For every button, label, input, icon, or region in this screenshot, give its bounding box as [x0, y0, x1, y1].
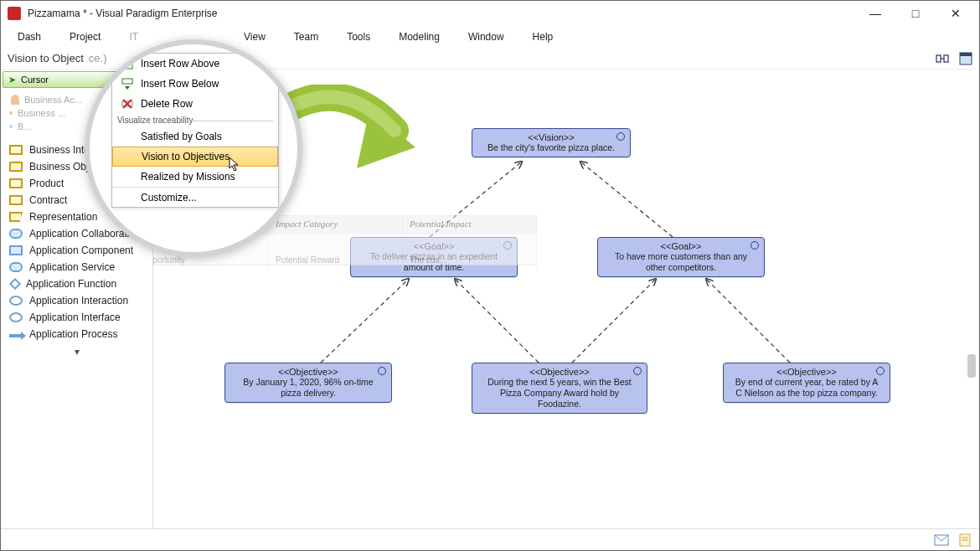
menu-realized-by-missions[interactable]: Realized by Missions: [112, 167, 278, 187]
titlebar: Pizzamama * - Visual Paradigm Enterprise…: [1, 1, 979, 26]
statusbar: [1, 528, 979, 550]
menu-insert-row-above[interactable]: Insert Row Above: [112, 54, 278, 74]
close-button[interactable]: ✕: [939, 7, 972, 20]
palette-item-app-interface[interactable]: Application Interface: [1, 309, 152, 326]
svg-line-8: [455, 279, 539, 363]
node-marker-icon: [616, 132, 625, 141]
menu-team[interactable]: Team: [282, 28, 330, 46]
svg-rect-0: [936, 55, 941, 62]
menu-modeling[interactable]: Modeling: [387, 28, 451, 46]
rect-icon: [9, 245, 23, 255]
menu-vision-to-objectives[interactable]: Vision to Objectives: [112, 147, 278, 167]
svg-rect-12: [122, 79, 132, 84]
cursor-pointer-icon: [229, 157, 240, 174]
maximize-button[interactable]: □: [899, 7, 932, 20]
palette-cursor-label: Cursor: [21, 75, 49, 85]
col-potential-impact[interactable]: Potential Impact: [403, 216, 537, 234]
menu-tools[interactable]: Tools: [335, 28, 382, 46]
svg-rect-4: [960, 53, 972, 56]
node-marker-icon: [750, 241, 759, 250]
flag-icon: [9, 212, 23, 222]
rect-icon: [9, 195, 23, 205]
menu-help[interactable]: Help: [521, 28, 565, 46]
menu-it[interactable]: IT: [117, 28, 150, 46]
window-title: Pizzamama * - Visual Paradigm Enterprise: [28, 8, 859, 19]
magnifier-overlay: Insert Row Above Insert Row Below Delete…: [85, 39, 302, 257]
breadcrumb[interactable]: Vision to Object: [8, 52, 84, 64]
diamond-icon: [9, 278, 21, 290]
breadcrumb-tail: ce.): [89, 52, 107, 64]
svg-line-7: [321, 279, 409, 363]
node-objective-1[interactable]: <<Objective>> By January 1, 2020, 96% on…: [224, 363, 392, 403]
menu-project[interactable]: Project: [58, 28, 112, 46]
svg-rect-11: [122, 64, 132, 69]
svg-rect-1: [944, 55, 948, 62]
rect-icon: [9, 162, 23, 172]
menu-delete-row[interactable]: Delete Row: [112, 94, 278, 114]
node-marker-icon: [378, 367, 386, 375]
menu-satisfied-by-goals[interactable]: Satisfied by Goals: [112, 126, 278, 147]
palette-item-app-function[interactable]: Application Function: [1, 276, 152, 292]
node-goal-2[interactable]: <<Goal>> To have more customers than any…: [597, 237, 765, 277]
note-icon[interactable]: [959, 533, 971, 547]
arrow-icon: [9, 334, 23, 337]
col-impact-category[interactable]: Impact Category: [269, 216, 403, 234]
circle-icon: [9, 296, 23, 306]
palette-item-app-process[interactable]: Application Process: [1, 326, 152, 342]
menu-window[interactable]: Window: [456, 28, 516, 46]
insert-below-icon: [121, 77, 134, 90]
node-objective-2[interactable]: <<Objective>> During the next 5 years, w…: [472, 363, 647, 414]
delete-icon: [121, 97, 134, 111]
node-vision[interactable]: <<Vision>> Be the city's favorite pizza …: [472, 128, 631, 157]
menu-customize[interactable]: Customize...: [112, 187, 278, 207]
menu-dash[interactable]: Dash: [6, 28, 53, 46]
mail-icon[interactable]: [934, 534, 949, 546]
svg-line-10: [706, 279, 790, 363]
panel-toggle-icon[interactable]: [959, 52, 972, 65]
scrollbar-vertical[interactable]: [967, 354, 976, 378]
minimize-button[interactable]: —: [859, 7, 892, 20]
circle-icon: [9, 312, 23, 322]
node-marker-icon: [876, 367, 885, 375]
rect-icon: [9, 178, 23, 188]
palette-item-app-service[interactable]: Application Service: [1, 259, 152, 276]
menubar: Dash Project IT — — View Team Tools Mode…: [1, 26, 979, 48]
cyl-icon: [9, 229, 23, 239]
context-menu: Insert Row Above Insert Row Below Delete…: [111, 53, 279, 208]
node-marker-icon: [633, 367, 642, 375]
palette-item-app-interaction[interactable]: Application Interaction: [1, 292, 152, 309]
menu-view[interactable]: View: [232, 28, 277, 46]
diagram-overview-icon[interactable]: [936, 53, 951, 64]
node-objective-3[interactable]: <<Objective>> By end of current year, be…: [723, 363, 890, 403]
app-logo-icon: [8, 7, 21, 20]
cyl-icon: [9, 262, 23, 272]
palette-item-app-component[interactable]: Application Component: [1, 242, 152, 259]
menu-insert-row-below[interactable]: Insert Row Below: [112, 74, 278, 94]
palette-more[interactable]: ▾: [1, 342, 152, 361]
svg-line-9: [572, 279, 656, 363]
svg-line-6: [580, 162, 673, 237]
cursor-icon: ➤: [8, 75, 16, 85]
menu-group-traceability: Visualize traceability: [112, 114, 278, 126]
rect-icon: [9, 145, 23, 155]
